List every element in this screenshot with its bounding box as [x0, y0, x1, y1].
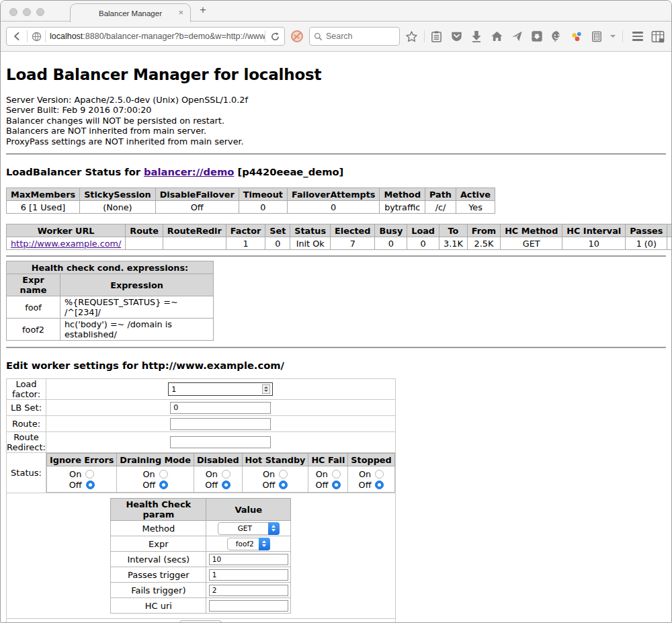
clipboard-icon: [431, 30, 442, 43]
cell-load: 0: [407, 237, 439, 250]
cell-method: bytraffic: [380, 201, 425, 214]
col-routeredir: RouteRedir: [163, 224, 226, 237]
col-timeout: Timeout: [239, 188, 287, 201]
radio-on-hc-fail[interactable]: [332, 470, 341, 479]
divider: [6, 255, 666, 257]
session-manager-button[interactable]: [589, 27, 605, 46]
close-window-button[interactable]: [9, 8, 17, 16]
interval-input[interactable]: [209, 554, 288, 565]
worker-url-link[interactable]: http://www.example.com/: [11, 239, 121, 249]
route-redirect-input[interactable]: [170, 436, 271, 448]
radio-on-disabled[interactable]: [222, 470, 230, 479]
fails-input[interactable]: [209, 585, 288, 596]
col-hc-interval: HC Interval: [562, 224, 626, 237]
radio-on-draining-mode[interactable]: [159, 470, 168, 479]
tab-close-icon[interactable]: ×: [178, 7, 183, 17]
hc-cond-title: Health check cond. expressions:: [7, 261, 214, 274]
method-select[interactable]: GET: [218, 522, 280, 535]
tab-groups-button[interactable]: [650, 27, 666, 46]
url-bar[interactable]: localhost:8880/balancer-manager?b=demo&w…: [6, 27, 285, 46]
radio-on-hot-standby[interactable]: [279, 470, 288, 479]
feedback-button[interactable]: [549, 27, 565, 46]
col-worker-url: Worker URL: [7, 224, 126, 237]
search-bar[interactable]: [309, 27, 400, 46]
pocket-icon: [450, 30, 463, 42]
col-busy: Busy: [375, 224, 407, 237]
col-fails: Fails: [667, 224, 672, 237]
new-tab-button[interactable]: +: [200, 3, 206, 17]
submit-button[interactable]: Submit: [179, 620, 222, 623]
radio-group-disabled: On Off: [194, 466, 242, 493]
number-stepper-icon[interactable]: [262, 384, 270, 394]
bookmarks-menu-button[interactable]: [429, 27, 445, 46]
health-check-param-table: Health Check param Value Method GET: [110, 498, 291, 614]
download-box-icon: [531, 30, 543, 42]
radio-off-ignore-errors[interactable]: [86, 481, 95, 489]
downloads-button[interactable]: [469, 27, 485, 46]
radio-on-label: On: [143, 469, 155, 479]
load-factor-wrap: [168, 382, 273, 396]
menu-button[interactable]: [630, 27, 646, 46]
col-to: To: [439, 224, 468, 237]
cell-busy: 0: [375, 237, 407, 250]
radio-off-label: Off: [315, 480, 328, 490]
home-button[interactable]: [489, 27, 505, 46]
cell-passes: 1 (0): [626, 237, 667, 250]
radio-off-stopped[interactable]: [375, 481, 384, 489]
col-route: Route: [126, 224, 163, 237]
col-hc-method: HC Method: [501, 224, 562, 237]
radio-group-ignore-errors: On Off: [47, 466, 117, 493]
radio-off-label: Off: [69, 480, 82, 490]
lb-set-input[interactable]: [170, 402, 271, 414]
passes-input[interactable]: [209, 569, 288, 581]
radio-group-hc-fail: On Off: [308, 466, 348, 493]
tab-balancer-manager[interactable]: Balancer Manager ×: [70, 3, 191, 22]
reload-button[interactable]: [265, 28, 284, 45]
search-input[interactable]: [326, 32, 393, 41]
hc-uri-input[interactable]: [209, 600, 288, 612]
radio-off-hc-fail[interactable]: [332, 481, 341, 489]
reload-icon: [270, 32, 280, 42]
route-input[interactable]: [170, 418, 271, 430]
col-expression: Expression: [60, 274, 214, 296]
cell-stickysession: (None): [80, 201, 156, 214]
minimize-window-button[interactable]: [23, 8, 31, 16]
adblock-disabled-button[interactable]: [289, 27, 305, 46]
select-arrows-icon: [259, 538, 270, 550]
back-button[interactable]: [7, 28, 27, 45]
radio-on-stopped[interactable]: [375, 470, 384, 479]
balancer-demo-link[interactable]: balancer://demo: [144, 166, 234, 177]
url-text[interactable]: localhost:8880/balancer-manager?b=demo&w…: [46, 32, 265, 41]
search-icon: [314, 32, 323, 41]
notice-persist: Balancer changes will NOT be persisted o…: [6, 116, 666, 126]
save-to-device-button[interactable]: [529, 27, 545, 46]
cell-timeout: 0: [239, 201, 287, 214]
bookmark-star-button[interactable]: [404, 27, 420, 46]
download-arrow-icon: [471, 30, 482, 42]
col-hot-standby: Hot Standby: [242, 454, 308, 466]
back-arrow-icon: [11, 31, 22, 42]
radio-off-hot-standby[interactable]: [279, 481, 288, 489]
site-identity-button[interactable]: [28, 28, 45, 45]
zoom-window-button[interactable]: [36, 8, 44, 16]
radio-off-disabled[interactable]: [222, 481, 230, 489]
extension-dots-button[interactable]: [569, 27, 585, 46]
table-row: 6 [1 Used] (None) Off 0 0 bytraffic /c/ …: [7, 201, 495, 214]
radio-group-draining-mode: On Off: [117, 466, 194, 493]
navigation-toolbar: localhost:8880/balancer-manager?b=demo&w…: [1, 22, 671, 52]
chevron-down-icon[interactable]: [610, 35, 616, 38]
window-controls: [9, 8, 44, 16]
page-content: Load Balancer Manager for localhost Serv…: [1, 66, 671, 623]
edit-worker-form: Load factor: LB Set: Route: Route Redire…: [6, 378, 396, 623]
radio-off-draining-mode[interactable]: [159, 481, 168, 489]
interval-label: Interval (secs): [111, 552, 206, 567]
expr-select[interactable]: foof2: [227, 538, 270, 550]
cell-disablefailover: Off: [155, 201, 239, 214]
tab-bar: Balancer Manager × +: [1, 1, 671, 22]
col-hc-param: Health Check param: [111, 499, 206, 521]
radio-on-ignore-errors[interactable]: [85, 470, 94, 479]
radio-off-label: Off: [142, 480, 155, 490]
load-factor-input[interactable]: [168, 382, 273, 396]
send-tab-button[interactable]: [509, 27, 525, 46]
pocket-button[interactable]: [449, 27, 465, 46]
